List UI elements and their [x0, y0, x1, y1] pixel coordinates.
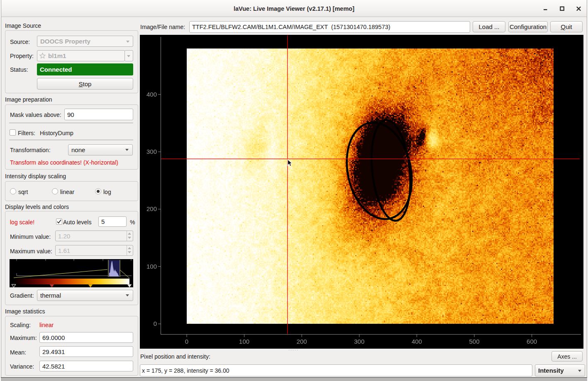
svg-text:100: 100 [146, 263, 157, 270]
svg-text:0: 0 [185, 338, 188, 345]
svg-text:0: 0 [154, 320, 157, 327]
svg-text:500: 500 [469, 338, 479, 345]
svg-text:100: 100 [239, 338, 249, 345]
svg-text:200: 200 [297, 338, 307, 345]
svg-text:600: 600 [527, 338, 537, 345]
svg-text:400: 400 [412, 338, 422, 345]
svg-text:300: 300 [354, 338, 364, 345]
svg-text:300: 300 [146, 148, 157, 155]
svg-text:400: 400 [146, 91, 157, 98]
svg-text:200: 200 [146, 205, 157, 212]
